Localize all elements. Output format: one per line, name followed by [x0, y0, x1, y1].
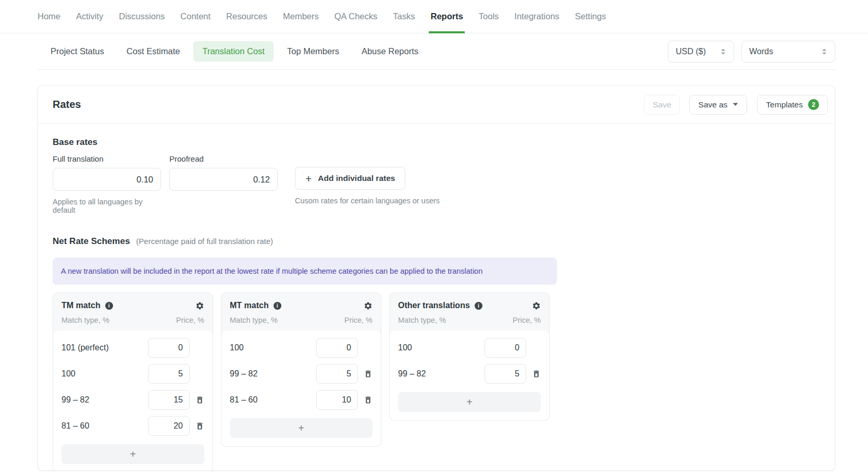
nav-item-content[interactable]: Content [180, 0, 210, 33]
save-button[interactable]: Save [644, 95, 680, 115]
rate-row: 100 [61, 364, 204, 384]
nav-item-integrations[interactable]: Integrations [514, 0, 559, 33]
nav-item-tasks[interactable]: Tasks [393, 0, 415, 33]
lowest-rate-info-banner: A new translation will be included in th… [53, 258, 557, 285]
match-type-label: 99 – 82 [61, 395, 148, 405]
nav-item-reports[interactable]: Reports [430, 0, 463, 33]
price-input[interactable] [148, 390, 190, 410]
match-type-label: 99 – 82 [398, 369, 485, 379]
price-input[interactable] [485, 338, 526, 358]
base-rates-row: Full translation Applies to all language… [53, 154, 820, 214]
templates-count-badge: 2 [808, 99, 819, 110]
match-type-label: 100 [398, 343, 485, 352]
price-input[interactable] [316, 364, 358, 384]
chevron-up-down-icon [821, 48, 827, 55]
proofread-label: Proofread [169, 154, 278, 163]
currency-select[interactable]: USD ($) [668, 41, 734, 63]
rate-row: 81 – 60 [61, 416, 204, 436]
match-type-column-header: Match type, % [61, 316, 109, 324]
rate-row: 100 [398, 338, 541, 358]
gear-icon [532, 301, 541, 310]
delete-row-button[interactable] [532, 369, 541, 379]
scheme-cards-row: TM match i Match type, % Price, % 101 (p… [53, 293, 820, 471]
nav-item-activity[interactable]: Activity [76, 0, 103, 33]
nav-item-tools[interactable]: Tools [479, 0, 499, 33]
delete-row-button[interactable] [195, 421, 204, 431]
rate-row: 99 – 82 [61, 390, 204, 410]
scheme-card-header: TM match i [53, 293, 213, 310]
delete-row-button[interactable] [195, 395, 204, 405]
nav-item-members[interactable]: Members [283, 0, 319, 33]
full-translation-hint: Applies to all languages by default [53, 198, 161, 214]
price-column-header: Price, % [513, 316, 541, 324]
report-unit-select-value: Words [749, 47, 773, 56]
price-input[interactable] [316, 390, 358, 410]
tab-abuse-reports[interactable]: Abuse Reports [353, 41, 427, 62]
nav-item-home[interactable]: Home [38, 0, 60, 33]
nav-item-resources[interactable]: Resources [226, 0, 267, 33]
tab-cost-estimate[interactable]: Cost Estimate [118, 41, 189, 62]
templates-button[interactable]: Templates 2 [757, 95, 828, 115]
price-input[interactable] [148, 364, 190, 384]
scheme-columns-header: Match type, % Price, % [221, 310, 381, 331]
templates-label: Templates [766, 100, 803, 109]
caret-down-icon [733, 103, 738, 106]
base-rates-heading: Base rates [53, 137, 820, 148]
scheme-columns-header: Match type, % Price, % [390, 310, 549, 331]
scheme-card-header: Other translations i [390, 293, 549, 310]
match-type-column-header: Match type, % [230, 316, 278, 324]
add-individual-rates-label: Add individual rates [318, 174, 395, 183]
save-as-button[interactable]: Save as [689, 95, 747, 115]
info-icon[interactable]: i [105, 302, 113, 310]
scheme-card-tm-match: TM match i Match type, % Price, % 101 (p… [53, 293, 213, 471]
scheme-rows: 101 (perfect) 100 99 – 82 81 – 60 + [53, 331, 213, 471]
full-translation-input[interactable] [53, 168, 161, 191]
delete-row-button[interactable] [364, 369, 373, 379]
nav-item-discussions[interactable]: Discussions [119, 0, 165, 33]
rates-card-header: Rates Save Save as Templates 2 [38, 86, 835, 124]
tab-project-status[interactable]: Project Status [42, 41, 113, 62]
price-input[interactable] [316, 338, 358, 358]
add-rate-row-button[interactable]: + [230, 418, 373, 438]
add-rate-row-button[interactable]: + [398, 392, 541, 412]
rate-row: 99 – 82 [230, 364, 373, 384]
report-unit-select[interactable]: Words [741, 41, 835, 63]
price-input[interactable] [148, 416, 190, 436]
rates-card: Rates Save Save as Templates 2 Base rate… [38, 86, 835, 471]
match-type-column-header: Match type, % [398, 316, 446, 324]
price-input[interactable] [485, 364, 526, 384]
match-type-label: 101 (perfect) [61, 343, 148, 352]
trash-icon [195, 395, 204, 405]
reports-subnav: Project StatusCost EstimateTranslation C… [38, 33, 835, 70]
price-column-header: Price, % [176, 316, 204, 324]
tab-translation-cost[interactable]: Translation Cost [193, 41, 274, 62]
full-translation-field: Full translation Applies to all language… [53, 154, 161, 214]
proofread-field: Proofread [169, 154, 278, 214]
info-icon[interactable]: i [475, 302, 482, 310]
info-icon[interactable]: i [274, 302, 281, 310]
tab-top-members[interactable]: Top Members [278, 41, 348, 62]
add-individual-rates-button[interactable]: + Add individual rates [295, 167, 405, 190]
rate-row: 81 – 60 [230, 390, 373, 410]
save-as-label: Save as [698, 100, 727, 109]
scheme-settings-button[interactable] [195, 301, 204, 310]
add-individual-rates-hint: Cusom rates for certain languages or use… [295, 197, 440, 205]
nav-item-qa-checks[interactable]: QA Checks [334, 0, 378, 33]
rate-row: 100 [230, 338, 373, 358]
price-input[interactable] [148, 338, 190, 358]
scheme-settings-button[interactable] [532, 301, 541, 310]
proofread-input[interactable] [169, 168, 278, 191]
price-column-header: Price, % [344, 316, 373, 324]
scheme-title: MT match [230, 301, 269, 310]
match-type-label: 81 – 60 [61, 421, 148, 431]
delete-row-button[interactable] [364, 395, 373, 405]
scheme-card-mt-match: MT match i Match type, % Price, % 100 99… [221, 293, 381, 447]
nav-item-settings[interactable]: Settings [575, 0, 606, 33]
scheme-settings-button[interactable] [364, 301, 373, 310]
scheme-card-other-translations: Other translations i Match type, % Price… [389, 293, 550, 421]
rate-row: 99 – 82 [398, 364, 541, 384]
trash-icon [532, 369, 541, 379]
scheme-columns-header: Match type, % Price, % [53, 310, 213, 331]
match-type-label: 81 – 60 [230, 395, 316, 405]
add-rate-row-button[interactable]: + [61, 444, 204, 464]
